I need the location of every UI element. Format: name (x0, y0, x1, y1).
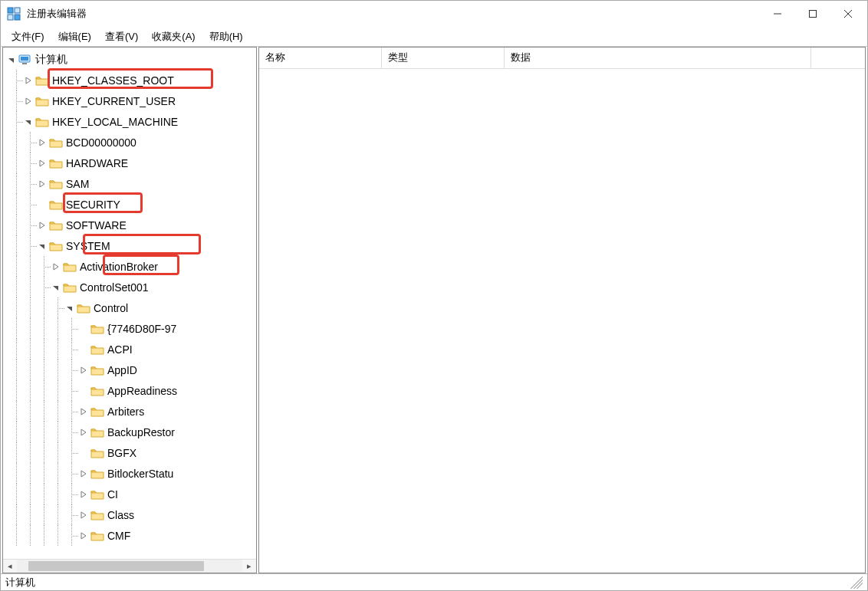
folder-icon (90, 488, 104, 501)
tree-item[interactable]: HKEY_CLASSES_ROOT (3, 70, 256, 90)
chevron-down-icon[interactable] (6, 54, 17, 65)
list-header: 名称 类型 数据 (259, 48, 865, 69)
column-data[interactable]: 数据 (505, 48, 811, 68)
tree-item-label: BackupRestor (107, 426, 175, 438)
chevron-right-icon[interactable] (37, 220, 48, 231)
column-tail[interactable] (811, 48, 865, 68)
chevron-right-icon[interactable] (37, 179, 48, 189)
status-bar: 计算机 (1, 573, 867, 590)
folder-icon (35, 95, 49, 107)
close-button[interactable] (830, 1, 866, 27)
folder-icon (49, 240, 63, 252)
folder-icon (35, 74, 49, 87)
column-name[interactable]: 名称 (259, 48, 382, 68)
tree-item-label: SAM (66, 178, 89, 190)
tree-item[interactable]: BCD00000000 (3, 132, 256, 153)
tree-item[interactable]: BGFX (3, 442, 256, 463)
resize-grip-icon[interactable] (850, 576, 863, 589)
tree-item-label: Arbiters (107, 405, 144, 418)
window-controls (760, 1, 866, 27)
chevron-right-icon[interactable] (51, 261, 61, 272)
computer-icon (18, 54, 32, 66)
tree-item[interactable]: {7746D80F-97 (3, 318, 256, 339)
tree-item-label: HKEY_LOCAL_MACHINE (52, 116, 178, 128)
scroll-track[interactable] (17, 560, 242, 573)
tree-item[interactable]: HKEY_CURRENT_USER (3, 90, 256, 111)
horizontal-scrollbar[interactable]: ◂ ▸ (3, 559, 256, 573)
menu-help[interactable]: 帮助(H) (203, 28, 249, 45)
folder-icon (63, 281, 77, 294)
tree-item-label: ControlSet001 (80, 281, 149, 294)
tree-item-label: HKEY_CURRENT_USER (52, 95, 176, 107)
tree-view[interactable]: 计算机 HKEY_CLASSES_ROOTHKEY_CURRENT_USERHK… (3, 48, 256, 559)
regedit-icon (7, 7, 21, 21)
svg-rect-1 (15, 8, 20, 13)
scroll-right-arrow-icon[interactable]: ▸ (242, 560, 256, 573)
tree-item[interactable]: ActivationBroker (3, 256, 256, 277)
svg-rect-10 (22, 63, 27, 64)
tree-item-label: HARDWARE (66, 157, 128, 169)
tree-item[interactable]: ACPI (3, 339, 256, 360)
folder-icon (63, 261, 77, 273)
menu-favorites[interactable]: 收藏夹(A) (146, 28, 201, 45)
status-path: 计算机 (5, 576, 35, 589)
svg-rect-0 (8, 8, 13, 13)
tree-item[interactable]: Class (3, 504, 256, 525)
tree-item-label: BitlockerStatu (107, 468, 173, 480)
maximize-button[interactable] (795, 1, 830, 27)
chevron-right-icon[interactable] (78, 365, 89, 376)
menu-edit[interactable]: 编辑(E) (52, 28, 97, 45)
scroll-left-arrow-icon[interactable]: ◂ (3, 560, 17, 573)
scroll-thumb[interactable] (28, 561, 204, 571)
tree-item[interactable]: BitlockerStatu (3, 463, 256, 484)
tree-item[interactable]: HKEY_LOCAL_MACHINE (3, 111, 256, 132)
chevron-right-icon[interactable] (78, 530, 89, 541)
tree-item[interactable]: SYSTEM (3, 235, 256, 256)
chevron-down-icon[interactable] (23, 117, 34, 127)
title-bar: 注册表编辑器 (1, 1, 867, 27)
chevron-right-icon[interactable] (78, 406, 89, 417)
tree-item[interactable]: ControlSet001 (3, 277, 256, 297)
chevron-down-icon[interactable] (64, 303, 75, 314)
window-title: 注册表编辑器 (27, 7, 87, 21)
folder-icon (90, 447, 104, 459)
chevron-right-icon[interactable] (78, 468, 89, 479)
folder-icon (90, 426, 104, 438)
tree-item[interactable]: CI (3, 484, 256, 504)
list-body[interactable] (259, 69, 865, 573)
menu-file[interactable]: 文件(F) (5, 28, 51, 45)
tree-item[interactable]: SECURITY (3, 194, 256, 215)
tree-item-root[interactable]: 计算机 (3, 49, 256, 70)
chevron-down-icon[interactable] (51, 282, 61, 293)
chevron-right-icon[interactable] (37, 158, 48, 169)
tree-item-label: BGFX (107, 447, 136, 459)
folder-icon (49, 157, 63, 169)
tree-item[interactable]: AppID (3, 360, 256, 380)
tree-item[interactable]: AppReadiness (3, 380, 256, 401)
list-pane[interactable]: 名称 类型 数据 (258, 47, 866, 573)
folder-icon (49, 178, 63, 190)
chevron-down-icon[interactable] (37, 241, 48, 251)
tree-item-label: CMF (107, 530, 130, 542)
tree-item[interactable]: CMF (3, 525, 256, 546)
column-type[interactable]: 类型 (382, 48, 505, 68)
tree-item[interactable]: BackupRestor (3, 422, 256, 442)
chevron-right-icon[interactable] (78, 489, 89, 500)
folder-icon (35, 116, 49, 128)
tree-item[interactable]: HARDWARE (3, 153, 256, 173)
minimize-button[interactable] (760, 1, 795, 27)
tree-pane[interactable]: 计算机 HKEY_CLASSES_ROOTHKEY_CURRENT_USERHK… (2, 47, 257, 573)
tree-item[interactable]: Arbiters (3, 401, 256, 422)
folder-icon (90, 385, 104, 397)
chevron-right-icon[interactable] (78, 427, 89, 438)
tree-item[interactable]: SAM (3, 173, 256, 194)
tree-item[interactable]: SOFTWARE (3, 215, 256, 235)
tree-item-label: SOFTWARE (66, 219, 127, 231)
chevron-right-icon[interactable] (23, 75, 34, 86)
chevron-right-icon[interactable] (37, 137, 48, 148)
chevron-right-icon[interactable] (78, 510, 89, 520)
chevron-right-icon[interactable] (23, 96, 34, 107)
tree-item[interactable]: Control (3, 297, 256, 318)
menu-view[interactable]: 查看(V) (99, 28, 144, 45)
tree-item-label: Control (94, 302, 128, 314)
